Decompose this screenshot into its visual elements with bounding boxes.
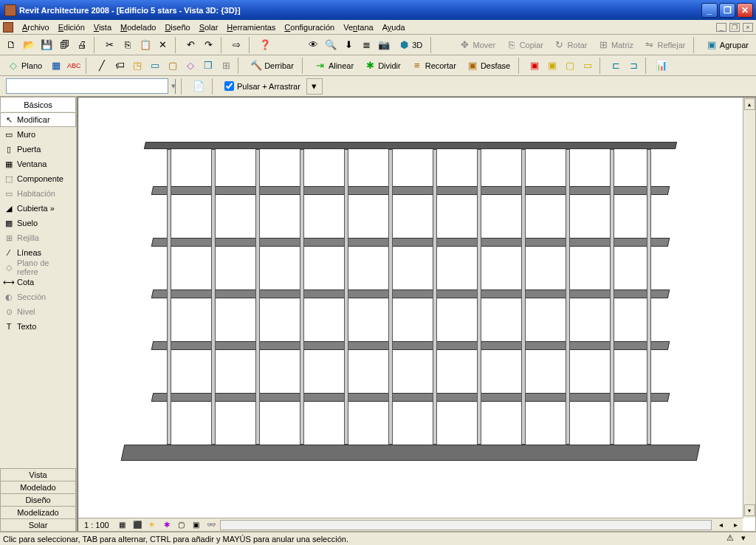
scale-label[interactable]: 1 : 100 — [78, 521, 115, 529]
type-selector-dropdown[interactable] — [6, 78, 168, 94]
pulsar-arrastrar-checkbox[interactable] — [224, 81, 234, 91]
menu-ventana[interactable]: Ventana — [339, 21, 377, 33]
scroll-left-button[interactable]: ◂ — [714, 520, 727, 530]
menu-edición[interactable]: Edición — [54, 21, 89, 33]
print-button[interactable]: 🖨 — [74, 37, 90, 53]
group1-button[interactable]: ▣ — [526, 58, 543, 74]
saveall-button[interactable]: 🗐 — [56, 37, 72, 53]
menu-configuración[interactable]: Configuración — [280, 21, 339, 33]
download-button[interactable]: ⬇ — [340, 37, 357, 53]
sidebar-tab-vista[interactable]: Vista — [0, 468, 76, 481]
status-alert-icon[interactable]: ⚠ — [726, 533, 738, 545]
menu-herramientas[interactable]: Herramientas — [222, 21, 280, 33]
layers-button[interactable]: ≣ — [358, 37, 374, 53]
sidebar-item-modificar[interactable]: ↖Modificar — [0, 112, 76, 127]
scroll-down-button[interactable]: ▾ — [744, 504, 755, 516]
undo-button[interactable]: ↶ — [183, 37, 199, 53]
sidebar-item-texto[interactable]: TTexto — [0, 319, 76, 334]
camera-button[interactable]: 📷 — [376, 37, 392, 53]
sidebar-tab-solar[interactable]: Solar — [0, 518, 76, 532]
desfase-button[interactable]: ▣Desfase — [462, 58, 515, 74]
crop-view-button[interactable]: ▢ — [175, 520, 188, 530]
grid-button[interactable]: ▦ — [48, 58, 64, 74]
derribar-button[interactable]: 🔨Derribar — [246, 58, 298, 74]
show-hidden-button[interactable]: 👁 — [305, 37, 321, 53]
menu-vista[interactable]: Vista — [89, 21, 116, 33]
sidebar-item-ventana[interactable]: ▦Ventana — [0, 157, 76, 171]
maximize-button[interactable]: ❐ — [719, 3, 735, 18]
shape4-button[interactable]: ◇ — [182, 58, 199, 74]
agrupar-button[interactable]: ▣Agrupar — [701, 37, 753, 53]
new-button[interactable]: 🗋 — [3, 37, 19, 53]
sidebar-tab-modelado[interactable]: Modelado — [0, 481, 76, 494]
detail-level-button[interactable]: ▦ — [116, 520, 129, 530]
align3-button[interactable]: ⊐ — [625, 58, 642, 74]
sidebar-item-componente[interactable]: ⬚Componente — [0, 171, 76, 186]
sidebar-item-suelo[interactable]: ▩Suelo — [0, 216, 76, 230]
sidebar-item-lineas[interactable]: ⁄Líneas — [0, 245, 76, 260]
status-filter-icon[interactable]: ▾ — [741, 533, 753, 545]
view3d-button[interactable]: ⬢3D — [394, 37, 427, 53]
minimize-button[interactable]: _ — [701, 3, 718, 18]
save-button[interactable]: 💾 — [38, 37, 55, 53]
sidebar-tab-modelizado[interactable]: Modelizado — [0, 506, 76, 519]
line-button[interactable]: ╱ — [94, 58, 110, 74]
canvas-3d-view[interactable]: ▴ ▾ 1 : 100 ▦ ⬛ ☀ ✱ ▢ ▣ 👓 ◂ ▸ — [78, 97, 756, 532]
sidebar-tab-diseño[interactable]: Diseño — [0, 493, 76, 507]
align2-button[interactable]: ⊏ — [608, 58, 624, 74]
filter-button[interactable]: ▾ — [306, 78, 323, 95]
hide-isolate-button[interactable]: 👓 — [205, 520, 218, 530]
tag-button[interactable]: 🏷 — [111, 58, 128, 74]
shape3-button[interactable]: ▢ — [165, 58, 181, 74]
menu-archivo[interactable]: Archivo — [18, 21, 54, 33]
cut-button[interactable]: ✂ — [102, 37, 118, 53]
sun-path-button[interactable]: ☀ — [145, 520, 159, 530]
shape5-button[interactable]: ❒ — [200, 58, 216, 74]
dividir-button[interactable]: ✱Dividir — [360, 58, 405, 74]
zoom-button[interactable]: 🔍 — [323, 37, 339, 53]
sidebar-tab-basicos[interactable]: Básicos — [0, 97, 76, 112]
group4-button[interactable]: ▭ — [580, 58, 596, 74]
group3-button[interactable]: ▢ — [562, 58, 578, 74]
help-button[interactable]: ❓ — [257, 37, 273, 53]
visual-style-button[interactable]: ⬛ — [131, 520, 144, 530]
recortar-button[interactable]: ≡Recortar — [407, 58, 461, 74]
sidebar-item-muro[interactable]: ▭Muro — [0, 127, 76, 142]
copiar-button[interactable]: ⎘Copiar — [501, 37, 548, 53]
menu-solar[interactable]: Solar — [195, 21, 223, 33]
mdi-app-icon[interactable] — [3, 22, 13, 32]
shape1-button[interactable]: ◳ — [129, 58, 145, 74]
alinear-button[interactable]: ⇥Alinear — [310, 58, 358, 74]
shape2-button[interactable]: ▭ — [147, 58, 163, 74]
rotar-button[interactable]: ↻Rotar — [549, 37, 591, 53]
crop-region-button[interactable]: ▣ — [190, 520, 203, 530]
close-button[interactable]: ✕ — [737, 3, 753, 18]
matriz-button[interactable]: ⊞Matriz — [594, 37, 639, 53]
horizontal-scrollbar[interactable] — [220, 520, 712, 530]
mdi-close-button[interactable]: × — [743, 23, 753, 32]
scroll-right-button[interactable]: ▸ — [729, 520, 742, 530]
reflejar-button[interactable]: ⇋Reflejar — [639, 37, 690, 53]
mdi-restore-button[interactable]: ❐ — [729, 23, 740, 32]
properties-button[interactable]: ⇨ — [229, 37, 245, 53]
mover-button[interactable]: ✥Mover — [455, 37, 500, 53]
shadows-button[interactable]: ✱ — [160, 520, 173, 530]
open-button[interactable]: 📂 — [21, 37, 37, 53]
shape6-button[interactable]: ⊞ — [218, 58, 234, 74]
menu-modelado[interactable]: Modelado — [116, 21, 160, 33]
redo-button[interactable]: ↷ — [201, 37, 217, 53]
element-properties-button[interactable]: 📄 — [190, 78, 207, 95]
sidebar-item-cota[interactable]: ⟷Cota — [0, 275, 76, 289]
scroll-up-button[interactable]: ▴ — [744, 98, 755, 110]
menu-ayuda[interactable]: Ayuda — [378, 21, 410, 33]
menu-diseño[interactable]: Diseño — [160, 21, 194, 33]
paste-button[interactable]: 📋 — [137, 37, 154, 53]
vertical-scrollbar[interactable]: ▴ ▾ — [743, 97, 755, 518]
sidebar-item-cubierta[interactable]: ◢Cubierta » — [0, 201, 76, 216]
abc-button[interactable]: ABC — [66, 58, 82, 74]
delete-button[interactable]: ✕ — [155, 37, 171, 53]
group2-button[interactable]: ▣ — [544, 58, 560, 74]
copy-button[interactable]: ⎘ — [120, 37, 136, 53]
mdi-minimize-button[interactable]: _ — [716, 23, 726, 32]
chart-button[interactable]: 📊 — [653, 58, 670, 74]
